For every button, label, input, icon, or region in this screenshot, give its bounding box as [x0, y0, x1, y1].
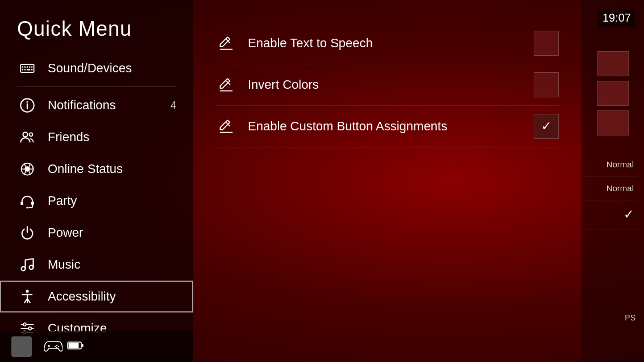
left-panel: Quick Menu: [0, 0, 193, 362]
sidebar-item-music[interactable]: Music: [0, 249, 193, 281]
sidebar-label-online-status: Online Status: [48, 162, 176, 176]
svg-rect-0: [20, 64, 34, 72]
page-title: Quick Menu: [0, 11, 193, 52]
battery-icon: [67, 341, 84, 352]
svg-rect-2: [24, 67, 26, 68]
fps-label: PS: [625, 313, 635, 322]
svg-point-21: [22, 267, 26, 271]
bottom-icons-group: [44, 339, 84, 354]
svg-point-27: [23, 323, 26, 326]
right-label-normal-1: Normal: [581, 153, 638, 176]
svg-rect-4: [29, 67, 30, 68]
bottom-status-bar: [0, 331, 193, 362]
wrench-icon-invert: [216, 75, 236, 95]
toggle-custom-button[interactable]: ✓: [534, 114, 559, 139]
right-toggle-3[interactable]: [597, 110, 629, 135]
svg-point-13: [23, 132, 27, 137]
setting-custom-button: Enable Custom Button Assignments ✓: [216, 106, 559, 147]
wrench-icon-tts: [216, 33, 236, 54]
sidebar-item-power[interactable]: Power: [0, 217, 193, 249]
setting-text-to-speech: Enable Text to Speech: [216, 23, 559, 64]
sidebar-label-friends: Friends: [48, 130, 176, 145]
sidebar-item-notifications[interactable]: Notifications 4: [0, 89, 193, 121]
sidebar-label-party: Party: [48, 194, 176, 208]
accessibility-icon: [17, 286, 38, 307]
setting-invert-colors: Invert Colors: [216, 64, 559, 106]
label-custom-button: Enable Custom Button Assignments: [248, 119, 534, 134]
right-label-checked[interactable]: ✓: [581, 200, 638, 229]
svg-rect-3: [27, 67, 28, 68]
svg-point-20: [26, 207, 28, 209]
content-panel: Enable Text to Speech Invert Colors: [193, 0, 581, 362]
svg-rect-6: [22, 69, 23, 70]
toggle-invert-colors[interactable]: [534, 72, 559, 97]
right-toggle-1[interactable]: [597, 51, 629, 76]
sidebar-label-accessibility: Accessibility: [48, 289, 176, 304]
svg-point-22: [30, 265, 34, 269]
svg-rect-18: [20, 201, 23, 205]
right-label-group: Normal Normal ✓: [581, 153, 644, 229]
svg-rect-37: [69, 343, 79, 348]
sidebar-menu: Sound/Devices Notifications 4: [0, 52, 193, 344]
sidebar-item-online-status[interactable]: Online Status: [0, 153, 193, 185]
far-right-panel: 19:07 Normal Normal ✓ PS: [581, 0, 644, 362]
power-icon: [17, 223, 38, 243]
clock-display: 19:07: [598, 9, 635, 27]
svg-rect-1: [22, 67, 23, 68]
svg-point-32: [56, 344, 57, 345]
sidebar-item-sound-devices[interactable]: Sound/Devices: [0, 52, 193, 84]
friends-icon: [17, 127, 38, 147]
wrench-icon-button: [216, 116, 236, 137]
svg-point-12: [27, 101, 28, 103]
right-checkmark-icon: ✓: [624, 207, 634, 222]
controller-icon: [44, 339, 63, 354]
svg-point-28: [28, 327, 31, 330]
svg-rect-9: [31, 69, 32, 70]
checkmark-icon: ✓: [541, 119, 551, 134]
svg-rect-7: [24, 69, 26, 70]
right-toggle-group: [597, 51, 629, 135]
sidebar-label-power: Power: [48, 225, 176, 240]
svg-rect-5: [31, 67, 32, 68]
main-container: Quick Menu: [0, 0, 644, 362]
svg-rect-38: [82, 344, 84, 347]
info-icon: [17, 95, 38, 116]
headset-icon: [17, 191, 38, 211]
right-label-normal-2: Normal: [581, 176, 638, 200]
label-text-to-speech: Enable Text to Speech: [248, 36, 534, 51]
sidebar-label-notifications: Notifications: [48, 98, 171, 113]
svg-point-34: [55, 345, 56, 347]
svg-point-14: [30, 133, 33, 136]
svg-point-35: [56, 347, 57, 348]
settings-list: Enable Text to Speech Invert Colors: [216, 23, 559, 147]
music-icon: [17, 254, 38, 275]
sidebar-item-accessibility[interactable]: Accessibility: [0, 281, 193, 312]
keyboard-icon: [17, 58, 38, 79]
svg-point-33: [58, 345, 59, 347]
sidebar-item-party[interactable]: Party: [0, 185, 193, 217]
right-toggle-2[interactable]: [597, 81, 629, 106]
svg-point-23: [26, 290, 28, 293]
user-avatar: [11, 336, 32, 357]
svg-rect-8: [27, 69, 30, 70]
svg-rect-19: [31, 201, 34, 205]
sidebar-item-friends[interactable]: Friends: [0, 121, 193, 153]
online-icon: [17, 159, 38, 179]
label-invert-colors: Invert Colors: [248, 77, 534, 92]
sidebar-divider-1: [17, 87, 176, 87]
sidebar-label-music: Music: [48, 257, 176, 272]
sidebar-label-sound-devices: Sound/Devices: [48, 61, 176, 76]
notifications-badge: 4: [171, 100, 176, 112]
toggle-text-to-speech[interactable]: [534, 31, 559, 56]
